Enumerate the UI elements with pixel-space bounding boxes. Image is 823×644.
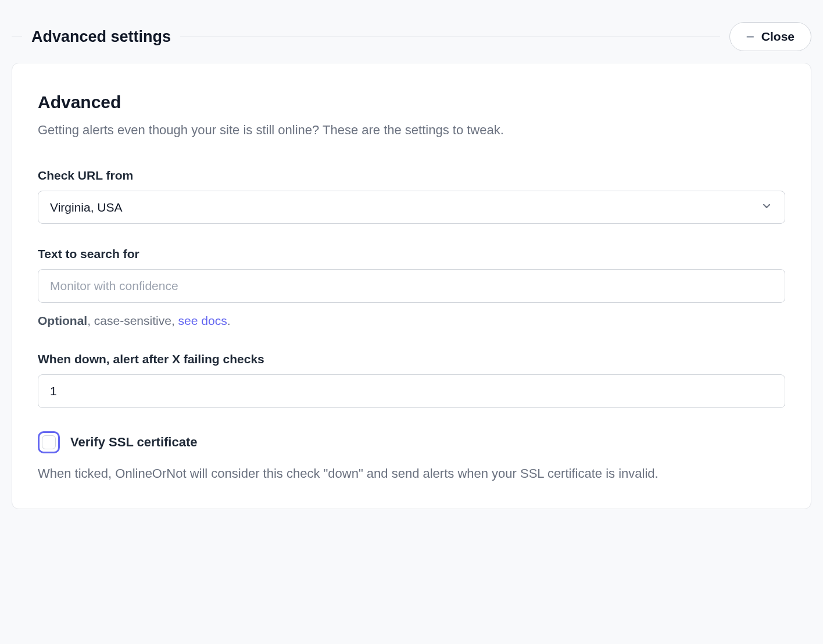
ssl-checkbox-row: Verify SSL certificate xyxy=(38,431,785,453)
alert-after-group: When down, alert after X failing checks xyxy=(38,352,785,408)
section-title: Advanced settings xyxy=(31,28,171,46)
card-subtitle: Getting alerts even though your site is … xyxy=(38,121,785,139)
divider-right xyxy=(180,37,720,37)
search-text-group: Text to search for Optional, case-sensit… xyxy=(38,247,785,329)
check-url-label: Check URL from xyxy=(38,169,785,183)
helper-end: . xyxy=(227,314,231,327)
ssl-description: When ticked, OnlineOrNot will consider t… xyxy=(38,464,785,483)
search-text-helper: Optional, case-sensitive, see docs. xyxy=(38,312,785,329)
search-text-input[interactable] xyxy=(38,269,785,303)
minus-icon: − xyxy=(746,30,754,44)
card-title: Advanced xyxy=(38,92,785,112)
search-text-label: Text to search for xyxy=(38,247,785,261)
alert-after-input[interactable] xyxy=(38,374,785,408)
ssl-group: Verify SSL certificate When ticked, Onli… xyxy=(38,431,785,483)
divider-left xyxy=(12,37,22,37)
helper-optional: Optional xyxy=(38,314,87,327)
ssl-checkbox-label: Verify SSL certificate xyxy=(70,435,198,450)
helper-mid: , case-sensitive, xyxy=(87,314,178,327)
see-docs-link[interactable]: see docs xyxy=(178,314,227,327)
close-button-label: Close xyxy=(761,30,795,44)
ssl-checkbox[interactable] xyxy=(38,431,60,453)
section-header: Advanced settings − Close xyxy=(12,12,811,51)
check-url-group: Check URL from Virginia, USA xyxy=(38,169,785,224)
check-url-select-wrapper: Virginia, USA xyxy=(38,191,785,224)
check-url-select[interactable]: Virginia, USA xyxy=(38,191,785,224)
advanced-card: Advanced Getting alerts even though your… xyxy=(12,63,811,509)
close-button[interactable]: − Close xyxy=(729,22,811,51)
checkbox-inner xyxy=(42,435,56,449)
alert-after-label: When down, alert after X failing checks xyxy=(38,352,785,366)
